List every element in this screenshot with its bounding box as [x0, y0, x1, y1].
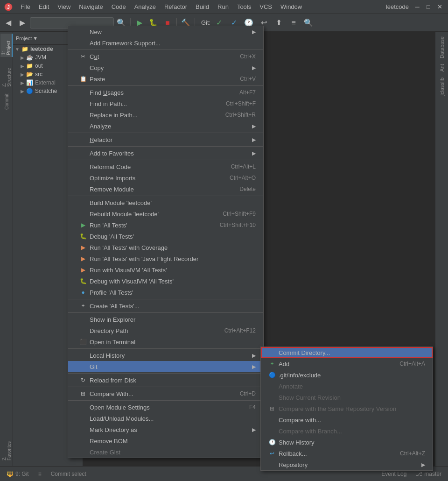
- ctx-reformat[interactable]: Reformat Code Ctrl+Alt+L: [68, 161, 263, 172]
- submenu-rollback-icon: ↩: [268, 450, 276, 457]
- ctx-create-gist[interactable]: Create Gist: [68, 446, 263, 458]
- sidebar-tab-commit[interactable]: Commit: [0, 92, 13, 111]
- menu-navigate[interactable]: Navigate: [75, 2, 106, 11]
- ctx-paste[interactable]: 📋 Paste Ctrl+V: [68, 73, 263, 85]
- ctx-analyze-label: Analyze: [90, 123, 249, 130]
- ctx-replace-icon: [79, 111, 87, 119]
- sidebar-tab-structure[interactable]: Z: Structure: [0, 61, 13, 89]
- menu-view[interactable]: View: [54, 2, 74, 11]
- maximize-button[interactable]: □: [424, 2, 433, 12]
- ctx-new[interactable]: New ▶: [68, 26, 263, 37]
- menu-bottom-btn[interactable]: ≡: [35, 470, 44, 478]
- event-log-label: Event Log: [381, 471, 406, 477]
- menu-window[interactable]: Window: [277, 2, 306, 11]
- ctx-git[interactable]: Git ▶: [68, 361, 263, 372]
- ctx-run-coverage[interactable]: ▶ Run 'All Tests' with Coverage: [68, 242, 263, 253]
- right-tab-jclasslib[interactable]: jclasslib: [437, 75, 447, 99]
- ctx-terminal-icon: ⬛: [79, 338, 87, 346]
- menu-analyze[interactable]: Analyze: [131, 2, 160, 11]
- commit-select-btn[interactable]: Commit select: [48, 470, 89, 478]
- ctx-analyze[interactable]: Analyze ▶: [68, 120, 263, 132]
- submenu-add[interactable]: + Add Ctrl+Alt+A: [261, 358, 433, 369]
- ctx-find-path[interactable]: Find in Path... Ctrl+Shift+F: [68, 98, 263, 109]
- ctx-new-label: New: [90, 28, 249, 35]
- ctx-profile[interactable]: ● Profile 'All Tests': [68, 287, 263, 298]
- ctx-optimize-icon: [79, 174, 87, 182]
- tree-arrow-icon6: ▶: [21, 89, 24, 94]
- ctx-rebuild-module[interactable]: Rebuild Module 'leetcode' Ctrl+Shift+F9: [68, 208, 263, 219]
- ctx-local-history[interactable]: Local History ▶: [68, 350, 263, 361]
- ctx-cut[interactable]: ✂ Cut Ctrl+X: [68, 51, 263, 62]
- jvm-label: JVM: [35, 54, 46, 61]
- ctx-replace-label: Replace in Path...: [90, 112, 223, 119]
- menu-refactor[interactable]: Refactor: [161, 2, 191, 11]
- right-tab-ant[interactable]: Ant: [437, 61, 447, 75]
- ctx-open-terminal[interactable]: ⬛ Open in Terminal: [68, 336, 263, 347]
- ctx-run-tests[interactable]: ▶ Run 'All Tests' Ctrl+Shift+F10: [68, 219, 263, 231]
- ctx-debug-tests[interactable]: 🐛 Debug 'All Tests': [68, 231, 263, 242]
- ctx-optimize[interactable]: Optimize Imports Ctrl+Alt+O: [68, 172, 263, 184]
- ctx-compare-with[interactable]: ⊞ Compare With... Ctrl+D: [68, 388, 263, 399]
- menu-edit[interactable]: Edit: [35, 2, 53, 11]
- back-button[interactable]: ◀: [2, 16, 15, 29]
- ctx-remove-bom[interactable]: Remove BOM: [68, 435, 263, 446]
- sidebar-tab-project[interactable]: 1: Project: [0, 34, 13, 57]
- ctx-favorites-icon: [79, 149, 87, 157]
- ctx-show-explorer[interactable]: Show in Explorer: [68, 314, 263, 325]
- ctx-build-module[interactable]: Build Module 'leetcode': [68, 197, 263, 208]
- ctx-coverage-label: Run 'All Tests' with Coverage: [90, 244, 256, 251]
- submenu-commit-dir[interactable]: Commit Directory...: [261, 347, 433, 358]
- menu-tools[interactable]: Tools: [233, 2, 255, 11]
- menu-run[interactable]: Run: [214, 2, 232, 11]
- forward-button[interactable]: ▶: [16, 16, 29, 29]
- sidebar-tab-favorites[interactable]: 2: Favorites: [0, 434, 13, 462]
- ctx-load-modules[interactable]: Load/Unload Modules...: [68, 413, 263, 424]
- ctx-build-icon: [79, 199, 87, 206]
- ctx-debug-visualvm[interactable]: 🐛 Debug with VisualVM 'All Tests': [68, 276, 263, 287]
- submenu-show-history[interactable]: 🕐 Show History: [261, 437, 433, 448]
- close-button[interactable]: ✕: [435, 2, 444, 12]
- menu-file[interactable]: File: [17, 2, 34, 11]
- ctx-add-favorites[interactable]: Add to Favorites ▶: [68, 148, 263, 159]
- ctx-remove-module[interactable]: Remove Module Delete: [68, 184, 263, 195]
- search-everywhere[interactable]: 🔍: [302, 16, 315, 29]
- minimize-button[interactable]: ─: [413, 2, 422, 12]
- panel-dropdown[interactable]: Project ▼: [16, 35, 38, 41]
- ctx-history-label: Local History: [90, 352, 249, 359]
- right-tab-database[interactable]: Database: [437, 34, 447, 61]
- git-submenu: Commit Directory... + Add Ctrl+Alt+A 🔵 .…: [260, 347, 433, 471]
- git-bottom-icon: 🔱: [7, 471, 14, 477]
- ctx-replace-path[interactable]: Replace in Path... Ctrl+Shift+R: [68, 109, 263, 120]
- ctx-run-jfr[interactable]: ▶ Run 'All Tests' with 'Java Flight Reco…: [68, 253, 263, 264]
- submenu-repo-arrow: ▶: [421, 462, 425, 468]
- ctx-dirpath-shortcut: Ctrl+Alt+F12: [224, 327, 256, 334]
- ctx-find-usages[interactable]: Find Usages Alt+F7: [68, 87, 263, 98]
- event-log-btn[interactable]: Event Log: [378, 470, 409, 478]
- menu-build[interactable]: Build: [192, 2, 213, 11]
- submenu-git-exclude[interactable]: 🔵 .git/info/exclude: [261, 369, 433, 381]
- ctx-copy-icon: [79, 64, 87, 71]
- ctx-refactor[interactable]: Refactor ▶: [68, 134, 263, 145]
- submenu-compare-with[interactable]: Compare with...: [261, 414, 433, 425]
- ctx-find-icon: [79, 89, 87, 96]
- ctx-module-settings[interactable]: Open Module Settings F4: [68, 402, 263, 413]
- ctx-copy[interactable]: Copy ▶: [68, 62, 263, 73]
- menu-vcs[interactable]: VCS: [256, 2, 276, 11]
- right-sidebar: Database Ant jclasslib: [435, 32, 448, 466]
- ctx-sep4: [68, 146, 263, 147]
- ctx-create-tests[interactable]: + Create 'All Tests'...: [68, 300, 263, 311]
- ctx-compare-icon: ⊞: [79, 390, 87, 397]
- git-push[interactable]: ⬆: [272, 16, 285, 29]
- ctx-dir-path[interactable]: Directory Path Ctrl+Alt+F12: [68, 325, 263, 336]
- ctx-mark-dir[interactable]: Mark Directory as ▶: [68, 424, 263, 435]
- ctx-reload-disk[interactable]: ↻ Reload from Disk: [68, 375, 263, 386]
- ctx-findpath-shortcut: Ctrl+Shift+F: [226, 100, 256, 107]
- branch-btn[interactable]: ⎇ master: [413, 470, 444, 478]
- submenu-rollback[interactable]: ↩ Rollback... Ctrl+Alt+Z: [261, 448, 433, 459]
- menu-code[interactable]: Code: [108, 2, 130, 11]
- ctx-add-framework[interactable]: Add Framework Support...: [68, 37, 263, 49]
- submenu-repository[interactable]: Repository ▶: [261, 459, 433, 470]
- git-bottom-btn[interactable]: 🔱 9: Git: [4, 470, 32, 478]
- git-panel[interactable]: ≡: [287, 16, 300, 29]
- ctx-run-visualvm[interactable]: ▶ Run with VisualVM 'All Tests': [68, 264, 263, 276]
